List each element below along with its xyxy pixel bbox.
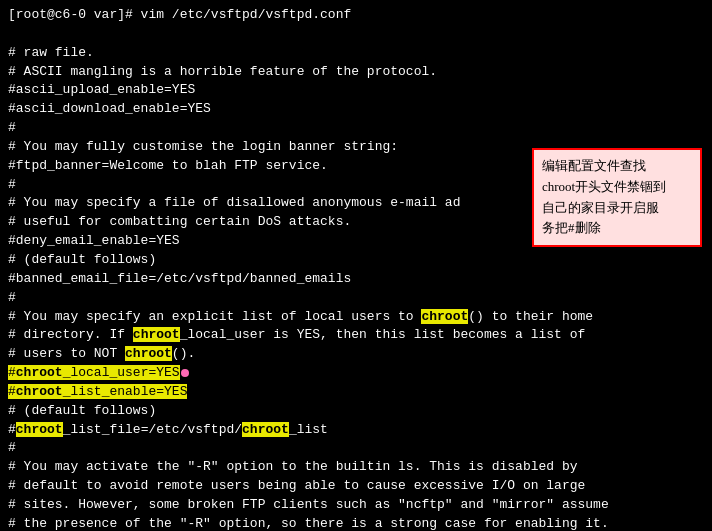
highlight-chroot-3: chroot — [125, 346, 172, 361]
line-chroot-local-user: #chroot_local_user=YES — [8, 364, 704, 383]
line-blank-1 — [8, 25, 704, 44]
line-default1: # (default follows) — [8, 251, 704, 270]
highlight-chroot-6: chroot — [16, 422, 63, 437]
line-default2: # (default follows) — [8, 402, 704, 421]
line-ascii-mangling: # ASCII mangling is a horrible feature o… — [8, 63, 704, 82]
line-raw-file: # raw file. — [8, 44, 704, 63]
line-r-option-4: # the presence of the "-R" option, so th… — [8, 515, 704, 531]
line-r-option-3: # sites. However, some broken FTP client… — [8, 496, 704, 515]
line-chroot-list-file: #chroot_list_file=/etc/vsftpd/chroot_lis… — [8, 421, 704, 440]
line-banned-email-file: #banned_email_file=/etc/vsftpd/banned_em… — [8, 270, 704, 289]
line-hash1: # — [8, 119, 704, 138]
line-chroot-list-enable: #chroot_list_enable=YES — [8, 383, 704, 402]
line-ascii-download: #ascii_download_enable=YES — [8, 100, 704, 119]
highlight-chroot-1: chroot — [421, 309, 468, 324]
line-chroot-comment2: # directory. If chroot_local_user is YES… — [8, 326, 704, 345]
highlight-chroot-local: #chroot_local_user=YES — [8, 365, 180, 380]
highlight-chroot-7: chroot — [242, 422, 289, 437]
pink-dot-indicator — [181, 369, 189, 377]
line-r-option-2: # default to avoid remote users being ab… — [8, 477, 704, 496]
annotation-box: 编辑配置文件查找chroot开头文件禁锢到自己的家目录开启服务把#删除 — [532, 148, 702, 247]
prompt-line: [root@c6-0 var]# vim /etc/vsftpd/vsftpd.… — [8, 6, 704, 25]
highlight-chroot-4: chroot — [16, 365, 63, 380]
line-chroot-comment1: # You may specify an explicit list of lo… — [8, 308, 704, 327]
highlight-chroot-2: chroot — [133, 327, 180, 342]
line-hash4: # — [8, 439, 704, 458]
line-hash3: # — [8, 289, 704, 308]
line-r-option-1: # You may activate the "-R" option to th… — [8, 458, 704, 477]
highlight-chroot-5: chroot — [16, 384, 63, 399]
terminal-window: [root@c6-0 var]# vim /etc/vsftpd/vsftpd.… — [0, 0, 712, 531]
line-chroot-not: # users to NOT chroot(). — [8, 345, 704, 364]
annotation-text: 编辑配置文件查找chroot开头文件禁锢到自己的家目录开启服务把#删除 — [542, 158, 666, 235]
line-ascii-upload: #ascii_upload_enable=YES — [8, 81, 704, 100]
highlight-chroot-list-enable: #chroot_list_enable=YES — [8, 384, 187, 399]
